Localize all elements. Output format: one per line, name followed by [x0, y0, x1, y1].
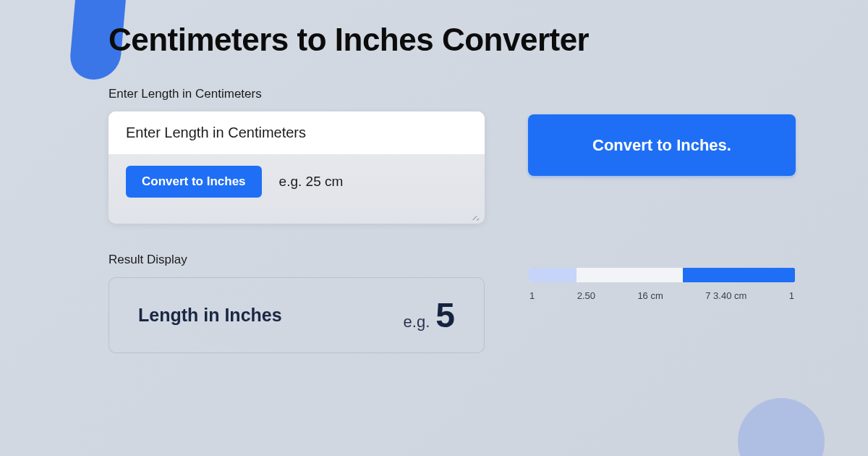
ruler-tick: 1 — [789, 290, 794, 301]
convert-button-large[interactable]: Convert to Inches. — [528, 114, 796, 176]
ruler-tick: 7 3.40 cm — [705, 290, 746, 301]
ruler-segment-empty — [576, 268, 683, 282]
ruler-tick: 2.50 — [577, 290, 595, 301]
page-title: Centimeters to Inches Converter — [109, 22, 796, 58]
resize-handle-icon[interactable] — [472, 212, 479, 219]
main-container: Centimeters to Inches Converter Enter Le… — [0, 0, 868, 456]
result-row: Result Display Length in Inches e.g. 5 1… — [109, 224, 796, 353]
length-input[interactable]: Enter Length in Centimeters — [109, 111, 485, 154]
result-label: Length in Inches — [138, 305, 282, 326]
input-section-label: Enter Length in Centimeters — [109, 87, 485, 101]
result-value: e.g. 5 — [404, 295, 455, 335]
result-prefix: e.g. — [404, 313, 430, 332]
result-number: 5 — [435, 295, 455, 335]
input-body: Convert to Inches e.g. 25 cm — [109, 154, 485, 209]
ruler-widget: 1 2.50 16 cm 7 3.40 cm 1 — [528, 267, 796, 301]
ruler-bar[interactable] — [528, 267, 796, 283]
action-column: Convert to Inches. — [528, 87, 796, 176]
convert-button-small[interactable]: Convert to Inches — [126, 166, 262, 198]
ruler-column: 1 2.50 16 cm 7 3.40 cm 1 — [528, 224, 796, 301]
input-hint: e.g. 25 cm — [279, 174, 344, 190]
ruler-segment-light — [529, 268, 576, 282]
result-section-label: Result Display — [109, 253, 485, 267]
result-card: Length in Inches e.g. 5 — [109, 277, 485, 353]
input-column: Enter Length in Centimeters Enter Length… — [109, 87, 485, 224]
ruler-tick: 16 cm — [637, 290, 663, 301]
input-row: Enter Length in Centimeters Enter Length… — [109, 87, 796, 224]
ruler-segment-fill — [683, 268, 795, 282]
ruler-tick: 1 — [529, 290, 535, 301]
result-column: Result Display Length in Inches e.g. 5 — [109, 253, 485, 353]
input-card: Enter Length in Centimeters Convert to I… — [109, 111, 485, 224]
ruler-ticks: 1 2.50 16 cm 7 3.40 cm 1 — [528, 290, 796, 301]
